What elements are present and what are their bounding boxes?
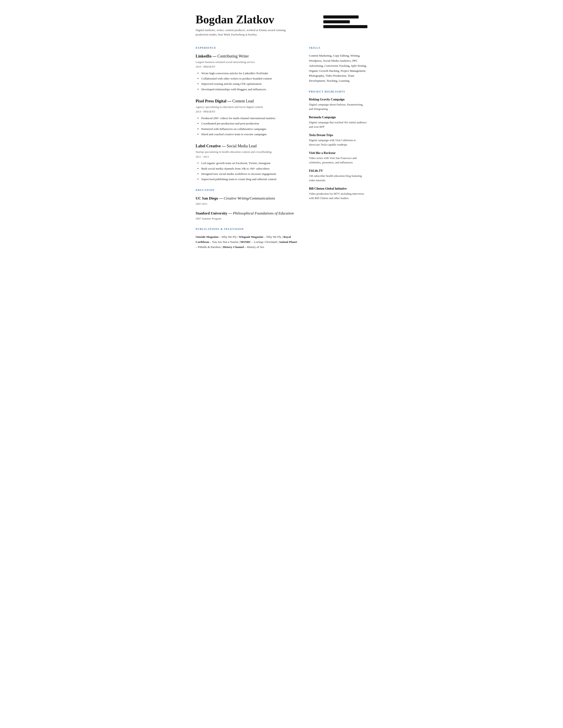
exp-labelcreative-title: Label Creative — Social Media Lead [196,143,298,149]
exp-labelcreative-company: Label Creative [196,144,221,148]
graphic-bar-2 [323,20,350,23]
project-bermuda: Bermuda Campaign Digital campaign that r… [309,115,367,129]
bullet-item: Supervised publishing team to create blo… [197,177,298,182]
project-billclinton: Bill Clinton Global Initiative Video pro… [309,186,367,200]
exp-linkedin-dates: 2016 - PRESENT [196,65,298,69]
project-billclinton-desc: Video production for MTV including inter… [309,192,367,200]
bullet-item: Collaborated with other writers to produ… [197,76,298,81]
project-risking-gravity-title: Risking Gravity Campaign [309,97,367,102]
exp-pixelpress: Pixel Press Digital — Content Lead Agenc… [196,98,298,137]
project-bermuda-title: Bermuda Campaign [309,115,367,120]
edu-stanford-dates: 2007 Summer Program [196,217,298,221]
bullet-item: Hired and coached creative team to execu… [197,132,298,137]
project-billclinton-title: Bill Clinton Global Initiative [309,186,367,191]
exp-pixelpress-company: Pixel Press Digital [196,99,226,103]
pub-animal-planet: Animal Planet [279,240,297,244]
project-fitlife: FitLife.TV 1M subscriber health educatio… [309,168,367,182]
bullet-item: Produced 200+ videos for multi-channel i… [197,116,298,121]
bullet-item: Built social media channels from 10k to … [197,166,298,171]
project-risking-gravity-desc: Digital campaign about Parkour, Paramoto… [309,102,367,111]
exp-linkedin-desc: Largest business-oriented social network… [196,60,298,64]
publications-label: PUBLICATIONS & TELEVISION [196,227,298,231]
edu-stanford-dash: — [228,211,233,215]
project-rockstar-desc: Video series with Visit San Francisco an… [309,156,367,164]
bullet-item: Designed new social media workflows to i… [197,171,298,177]
edu-stanford: Stanford University — Philosophical Foun… [196,211,298,221]
edu-ucsd-school: UC San Diego [196,196,218,200]
exp-linkedin-company: LinkedIn [196,54,211,58]
project-tesla-desc: Digital campaign with Visit California t… [309,138,367,147]
pub-outside-mag: Outside Magazine [196,235,219,238]
publications-section: PUBLICATIONS & TELEVISION Outside Magazi… [196,227,298,250]
pub-royal-text: – You Are Not a Tourist | [209,240,240,244]
exp-linkedin-title: LinkedIn — Contributing Writer [196,53,298,59]
edu-ucsd-degree: Creative Writing/Communications [224,196,275,200]
project-rockstar-title: Visit like a Rockstar [309,151,367,155]
header: Bogdan Zlatkov Digital marketer, writer,… [196,13,367,37]
header-left: Bogdan Zlatkov Digital marketer, writer,… [196,13,323,37]
project-fitlife-desc: 1M subscriber health education blog feat… [309,174,367,182]
skills-label: SKILLS [309,46,367,50]
exp-labelcreative-dates: 2011 - 2013 [196,155,298,159]
edu-ucsd-dash: — [219,196,224,200]
exp-pixelpress-dash: — [227,99,232,103]
project-rockstar: Visit like a Rockstar Video series with … [309,151,367,164]
bar-graphic [323,15,367,28]
edu-ucsd-title: UC San Diego — Creative Writing/Communic… [196,196,298,201]
pub-outside-text: – Why We Fly | [219,235,239,238]
bullet-item: Developed relationships with bloggers an… [197,87,298,92]
left-column: EXPERIENCE LinkedIn — Contributing Write… [196,46,298,256]
main-content: EXPERIENCE LinkedIn — Contributing Write… [196,46,367,256]
pub-msnbc-text: – Lockup: Cleveland | [251,240,279,244]
resume-page: Bogdan Zlatkov Digital marketer, writer,… [182,0,381,269]
graphic-bar-3 [323,25,367,28]
education-section: EDUCATION UC San Diego — Creative Writin… [196,188,298,221]
project-bermuda-desc: Digital campaign that reached 45x initia… [309,120,367,129]
header-graphic [323,13,367,28]
exp-linkedin: LinkedIn — Contributing Writer Largest b… [196,53,298,92]
edu-ucsd-dates: 2007-2011 [196,202,298,206]
project-fitlife-title: FitLife.TV [309,168,367,173]
pub-msnbc: MSNBC [240,240,251,244]
pub-history-channel: History Channel [223,245,244,249]
edu-stanford-title: Stanford University — Philosophical Foun… [196,211,298,216]
skills-text: Content Marketing, Copy Editing, Writing… [309,53,367,84]
edu-stanford-degree: Philosophical Foundations of Education [233,211,294,215]
exp-labelcreative-bullets: Led organic growth team on Facebook, Twi… [196,161,298,182]
project-risking-gravity: Risking Gravity Campaign Digital campaig… [309,97,367,111]
edu-stanford-school: Stanford University [196,211,227,215]
pub-history-text: – History of Sex [244,245,264,249]
exp-labelcreative-dash: — [222,144,227,148]
exp-pixelpress-dates: 2014 - PRESENT [196,110,298,114]
exp-linkedin-role: Contributing Writer [217,54,249,58]
projects-section: PROJECT HIGHLIGHTS Risking Gravity Campa… [309,90,367,200]
project-tesla: Tesla Dream Trips Digital campaign with … [309,133,367,147]
project-tesla-title: Tesla Dream Trips [309,133,367,137]
exp-pixelpress-bullets: Produced 200+ videos for multi-channel i… [196,116,298,137]
experience-label: EXPERIENCE [196,46,298,50]
exp-pixelpress-role: Content Lead [232,99,254,103]
pub-wingsuit-mag: Wingsuit Magazine [239,235,263,238]
exp-labelcreative-desc: Startup specializing in health education… [196,150,298,154]
bullet-item: Wrote high-conversion articles for Linke… [197,71,298,76]
header-subtitle: Digital marketer, writer, content produc… [196,28,288,37]
right-column: SKILLS Content Marketing, Copy Editing, … [309,46,367,256]
exp-labelcreative-role: Social Media Lead [227,144,257,148]
bullet-item: Led organic growth team on Facebook, Twi… [197,161,298,166]
bullet-item: Partnered with Influencers on collaborat… [197,126,298,132]
bullet-item: Improved existing articles using LTK opt… [197,81,298,87]
education-label: EDUCATION [196,188,298,192]
pub-animal-text: – Pitbulls & Parolees | [196,245,223,249]
exp-labelcreative: Label Creative — Social Media Lead Start… [196,143,298,182]
exp-linkedin-bullets: Wrote high-conversion articles for Linke… [196,71,298,92]
projects-label: PROJECT HIGHLIGHTS [309,90,367,94]
exp-pixelpress-title: Pixel Press Digital — Content Lead [196,98,298,104]
exp-pixelpress-desc: Agency specializing in education and tra… [196,105,298,109]
edu-ucsd: UC San Diego — Creative Writing/Communic… [196,196,298,206]
bullet-item: Coordinated pre-production and post-prod… [197,121,298,126]
publications-text: Outside Magazine – Why We Fly | Wingsuit… [196,235,298,250]
pub-wingsuit-text: – Why We Fly | [263,235,283,238]
candidate-name: Bogdan Zlatkov [196,13,323,26]
exp-linkedin-dash: — [213,54,218,58]
experience-section: EXPERIENCE LinkedIn — Contributing Write… [196,46,298,182]
